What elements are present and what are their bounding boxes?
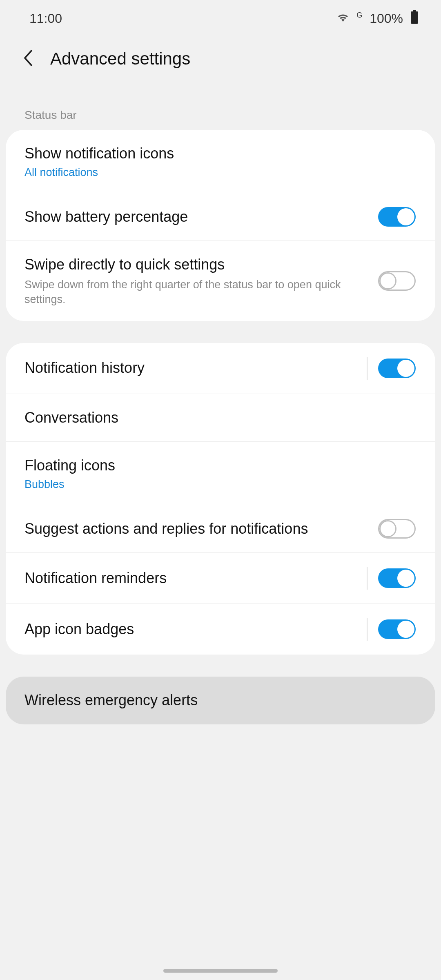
svg-rect-1 (411, 11, 418, 24)
status-right: G 100% (337, 10, 419, 27)
row-show-notification-icons[interactable]: Show notification icons All notification… (6, 130, 435, 193)
back-icon[interactable] (22, 49, 34, 69)
toggle-suggest-actions[interactable] (378, 519, 416, 539)
battery-icon (410, 10, 419, 27)
row-title: Wireless emergency alerts (24, 690, 403, 710)
svg-rect-0 (413, 10, 416, 11)
row-notification-history[interactable]: Notification history (6, 343, 435, 394)
row-title: Conversations (24, 408, 403, 428)
row-floating-icons[interactable]: Floating icons Bubbles (6, 441, 435, 505)
row-title: App icon badges (24, 619, 354, 639)
row-conversations[interactable]: Conversations (6, 394, 435, 442)
row-suggest-actions[interactable]: Suggest actions and replies for notifica… (6, 505, 435, 553)
row-wireless-emergency-alerts[interactable]: Wireless emergency alerts (6, 677, 435, 724)
card-status-bar: Show notification icons All notification… (6, 130, 435, 321)
row-swipe-quick-settings[interactable]: Swipe directly to quick settings Swipe d… (6, 241, 435, 321)
row-title: Suggest actions and replies for notifica… (24, 519, 366, 539)
network-type-indicator: G (356, 11, 362, 20)
row-app-icon-badges[interactable]: App icon badges (6, 604, 435, 655)
row-notification-reminders[interactable]: Notification reminders (6, 552, 435, 604)
row-subtitle: All notifications (24, 166, 403, 179)
gesture-handle[interactable] (163, 969, 278, 973)
toggle-app-icon-badges[interactable] (378, 619, 416, 639)
divider-icon (367, 567, 368, 590)
toggle-show-battery-percentage[interactable] (378, 207, 416, 227)
toggle-notification-history[interactable] (378, 359, 416, 378)
row-title: Show notification icons (24, 144, 403, 164)
divider-icon (367, 618, 368, 641)
row-title: Show battery percentage (24, 207, 366, 227)
row-title: Floating icons (24, 456, 403, 476)
section-label-status-bar: Status bar (0, 93, 441, 130)
card-notifications: Notification history Conversations Float… (6, 343, 435, 655)
row-title: Swipe directly to quick settings (24, 255, 366, 275)
header: Advanced settings (0, 37, 441, 93)
status-time: 11:00 (29, 11, 62, 26)
row-title: Notification reminders (24, 568, 354, 588)
status-bar: 11:00 G 100% (0, 0, 441, 37)
row-subtitle: Swipe down from the right quarter of the… (24, 277, 366, 307)
page-title: Advanced settings (50, 49, 190, 69)
row-show-battery-percentage[interactable]: Show battery percentage (6, 193, 435, 241)
row-subtitle: Bubbles (24, 478, 403, 491)
toggle-notification-reminders[interactable] (378, 568, 416, 588)
card-wireless-emergency: Wireless emergency alerts (6, 677, 435, 724)
row-title: Notification history (24, 358, 354, 378)
toggle-swipe-quick-settings[interactable] (378, 271, 416, 291)
divider-icon (367, 357, 368, 380)
wifi-icon (337, 11, 349, 26)
battery-percent: 100% (370, 11, 403, 26)
